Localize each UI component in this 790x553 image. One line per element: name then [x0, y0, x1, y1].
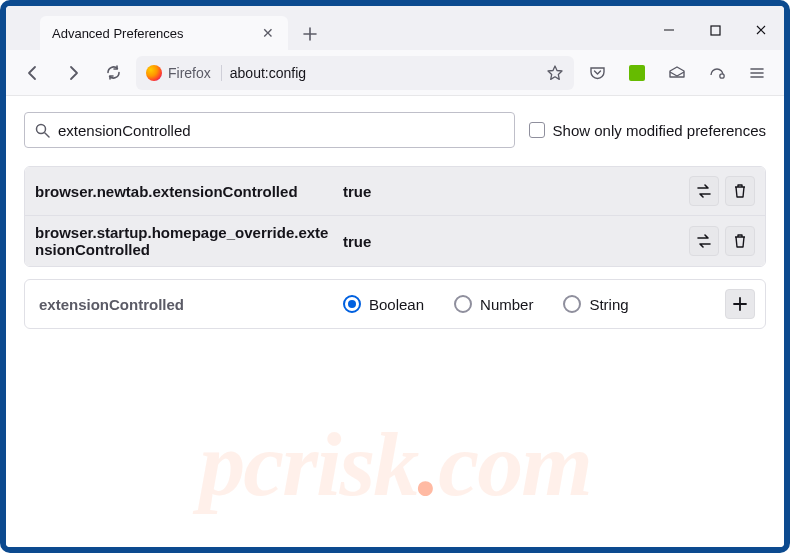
url-identity: Firefox [146, 65, 222, 81]
reload-button[interactable] [96, 56, 130, 90]
titlebar: Advanced Preferences ✕ [6, 6, 784, 50]
content-area: pcrisk.com extensionControlled Show only… [6, 96, 784, 547]
url-prefix-label: Firefox [168, 65, 211, 81]
pref-name: browser.startup.homepage_override.extens… [35, 224, 343, 258]
minimize-button[interactable] [646, 10, 692, 50]
new-pref-row: extensionControlled Boolean Number Strin… [24, 279, 766, 329]
menu-button[interactable] [740, 56, 774, 90]
search-icon [35, 123, 50, 138]
checkbox-icon [529, 122, 545, 138]
svg-rect-0 [711, 26, 720, 35]
close-tab-icon[interactable]: ✕ [260, 25, 276, 41]
url-text[interactable]: about:config [230, 65, 538, 81]
new-tab-button[interactable] [294, 18, 326, 50]
firefox-logo-icon [146, 65, 162, 81]
extension-button[interactable] [620, 56, 654, 90]
pref-name: browser.newtab.extensionControlled [35, 183, 343, 200]
preferences-list: browser.newtab.extensionControlled true … [24, 166, 766, 267]
pref-row[interactable]: browser.startup.homepage_override.extens… [25, 215, 765, 266]
toggle-button[interactable] [689, 176, 719, 206]
search-input[interactable]: extensionControlled [24, 112, 515, 148]
radio-icon [563, 295, 581, 313]
show-only-modified-toggle[interactable]: Show only modified preferences [529, 122, 766, 139]
delete-button[interactable] [725, 226, 755, 256]
bookmark-star-icon[interactable] [546, 64, 564, 82]
back-button[interactable] [16, 56, 50, 90]
url-bar[interactable]: Firefox about:config [136, 56, 574, 90]
pref-value: true [343, 183, 689, 200]
radio-selected-icon [343, 295, 361, 313]
type-string[interactable]: String [563, 295, 628, 313]
maximize-button[interactable] [692, 10, 738, 50]
svg-point-1 [720, 73, 724, 77]
tab-title: Advanced Preferences [52, 26, 260, 41]
type-number[interactable]: Number [454, 295, 533, 313]
pref-value: true [343, 233, 689, 250]
delete-button[interactable] [725, 176, 755, 206]
pocket-button[interactable] [580, 56, 614, 90]
type-radio-group: Boolean Number String [343, 295, 725, 313]
toggle-button[interactable] [689, 226, 719, 256]
type-boolean[interactable]: Boolean [343, 295, 424, 313]
close-window-button[interactable] [738, 10, 784, 50]
add-button[interactable] [725, 289, 755, 319]
forward-button[interactable] [56, 56, 90, 90]
nav-toolbar: Firefox about:config [6, 50, 784, 96]
new-pref-name: extensionControlled [35, 296, 343, 313]
watermark: pcrisk.com [6, 411, 784, 517]
pref-row: extensionControlled Boolean Number Strin… [25, 280, 765, 328]
window-controls [646, 10, 784, 50]
radio-icon [454, 295, 472, 313]
show-only-label: Show only modified preferences [553, 122, 766, 139]
search-value: extensionControlled [58, 122, 191, 139]
svg-point-2 [37, 124, 46, 133]
inbox-button[interactable] [660, 56, 694, 90]
browser-tab[interactable]: Advanced Preferences ✕ [40, 16, 288, 50]
pref-row[interactable]: browser.newtab.extensionControlled true [25, 167, 765, 215]
account-button[interactable] [700, 56, 734, 90]
